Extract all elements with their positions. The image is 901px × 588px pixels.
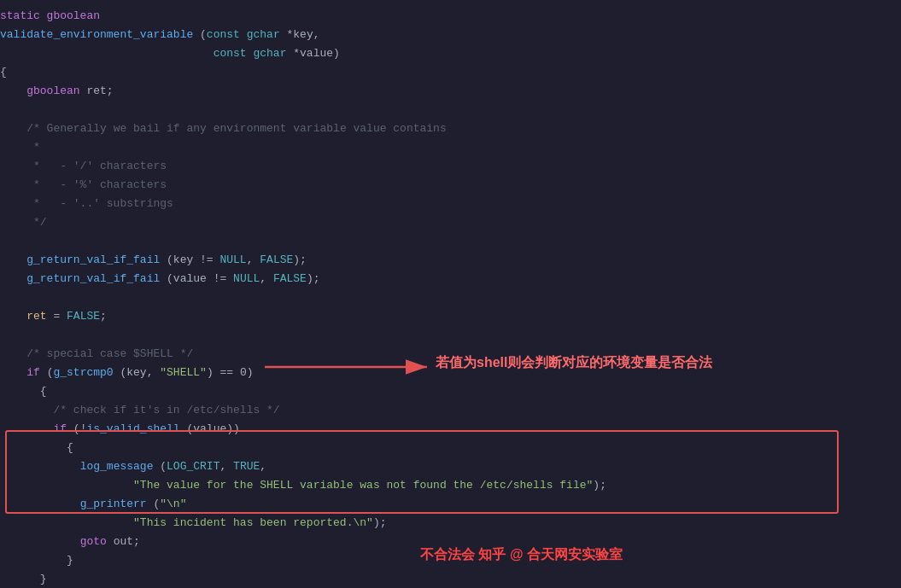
code-line: g_return_val_if_fail (key != NULL, FALSE… [0,251,901,270]
code-line: if (!is_valid_shell (value)) [0,420,901,439]
code-line: ret = FALSE; [0,307,901,326]
code-line: { [0,63,901,82]
code-line: gboolean ret; [0,82,901,101]
code-line: { [0,382,901,401]
code-line: /* check if it's in /etc/shells */ [0,401,901,420]
code-line: log_message (LOG_CRIT, TRUE, [0,457,901,476]
code-line: * - '..' substrings [0,195,901,213]
code-line [0,326,901,345]
code-line: * - '%' characters [0,176,901,195]
code-line: const gchar *value) [0,44,901,63]
code-line: if (g_strcmp0 (key, "SHELL") == 0) [0,364,901,382]
code-line: "The value for the SHELL variable was no… [0,476,901,495]
annotation-arrow [256,341,444,393]
code-line [0,232,901,251]
code-line: /* special case $SHELL */ [0,345,901,364]
code-line: } [0,570,901,588]
code-lines: static gbooleanvalidate_environment_vari… [0,7,901,588]
code-line: g_return_val_if_fail (value != NULL, FAL… [0,270,901,288]
code-line: * [0,138,901,157]
code-line: { [0,439,901,457]
bottom-annotation: 不合法会 知乎 @ 合天网安实验室 [420,546,623,564]
code-line: static gboolean [0,7,901,26]
code-viewer: static gbooleanvalidate_environment_vari… [0,0,901,588]
code-line: /* Generally we bail if any environment … [0,119,901,138]
code-line: * - '/' characters [0,157,901,176]
bottom-annotation-text: 不合法会 [420,547,475,562]
watermark-text: 知乎 @ 合天网安实验室 [478,547,623,562]
code-line [0,101,901,119]
code-line: g_printerr ("\n" [0,495,901,514]
code-line: validate_environment_variable (const gch… [0,26,901,44]
code-line: "This incident has been reported.\n"); [0,514,901,533]
code-line [0,288,901,307]
code-line: */ [0,213,901,232]
